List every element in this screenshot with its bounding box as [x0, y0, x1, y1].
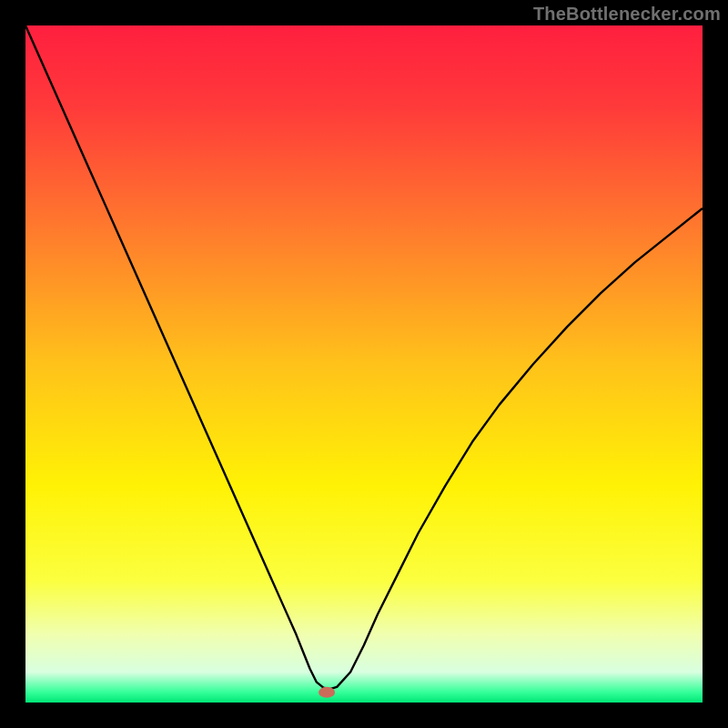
bottleneck-chart	[25, 25, 703, 703]
attribution-text: TheBottlenecker.com	[533, 4, 721, 25]
optimal-point-marker	[318, 687, 335, 698]
chart-frame	[25, 25, 703, 703]
gradient-background	[25, 25, 703, 703]
